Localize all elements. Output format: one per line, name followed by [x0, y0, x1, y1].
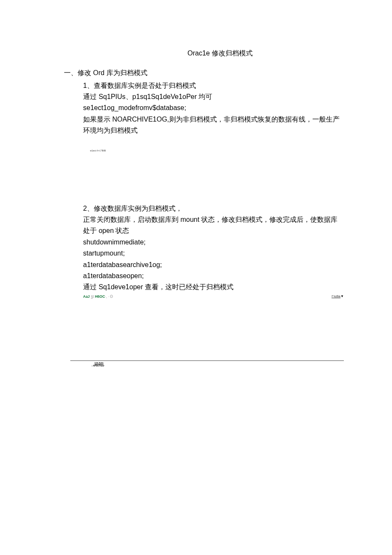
- toolbar-right: Γ¾Ba▼: [331, 294, 344, 299]
- section-heading-1: 一、修改 Ord 库为归档模式: [0, 67, 392, 78]
- item-1-line-1: 通过 Sq1PIUs、p1sq1Sq1deVe1oPer 均可: [0, 91, 392, 102]
- footer-line-2: : AP0n7rtzσ: [92, 364, 392, 367]
- item-2-line-2: shutdownimmediate;: [0, 237, 392, 248]
- item-1-line-3: 如果显示 NOARCHIVE1OG,则为非归档模式，非归档模式恢复的数据有线，一…: [0, 114, 392, 137]
- footer-code-artifact: HXJUIt : AP0n7rtzσ: [0, 362, 392, 367]
- item-2-line-4: a1terdatabasearchive1og;: [0, 259, 392, 270]
- item-2-line-1: 正常关闭数据库，启动数据库到 mount 状态，修改归档模式，修改完成后，使数据…: [0, 214, 392, 237]
- item-2-line-6: 通过 Sq1deve1oper 查看，这时已经处于归档模式: [0, 282, 392, 293]
- toolbar-left: AaJ ʒt H6OC·, ∙ ʘ: [83, 294, 113, 299]
- chevron-down-icon: ▼: [340, 294, 344, 299]
- item-2-line-3: startupmount;: [0, 248, 392, 259]
- item-2-heading: 2、修改数据库实例为归档模式，: [0, 203, 392, 214]
- item-1-heading: 1、查看数据库实例是否处于归档模式: [0, 80, 392, 91]
- item-2-line-5: a1terdatabaseopen;: [0, 270, 392, 282]
- item-1-line-2: se1ect1og_modefromv$database;: [0, 102, 392, 113]
- page-title: Orac1e 修改归档模式: [0, 49, 392, 58]
- ide-toolbar-artifact: AaJ ʒt H6OC·, ∙ ʘ Γ¾Ba▼: [0, 294, 392, 299]
- spacer: [0, 152, 392, 203]
- document-page: Orac1e 修改归档模式 一、修改 Ord 库为归档模式 1、查看数据库实例是…: [0, 0, 392, 367]
- divider: [70, 360, 344, 361]
